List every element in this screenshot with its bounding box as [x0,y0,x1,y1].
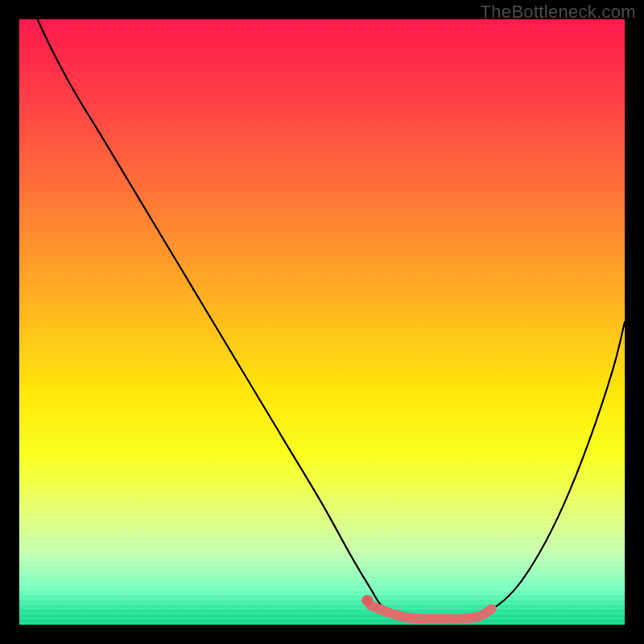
chart-svg [19,19,625,625]
plot-area [19,19,625,625]
chart-frame: TheBottleneck.com [0,0,644,644]
bottleneck-curve [19,19,625,619]
marker-dot [361,595,373,606]
optimal-range-highlight [370,605,491,619]
watermark-text: TheBottleneck.com [481,2,636,23]
